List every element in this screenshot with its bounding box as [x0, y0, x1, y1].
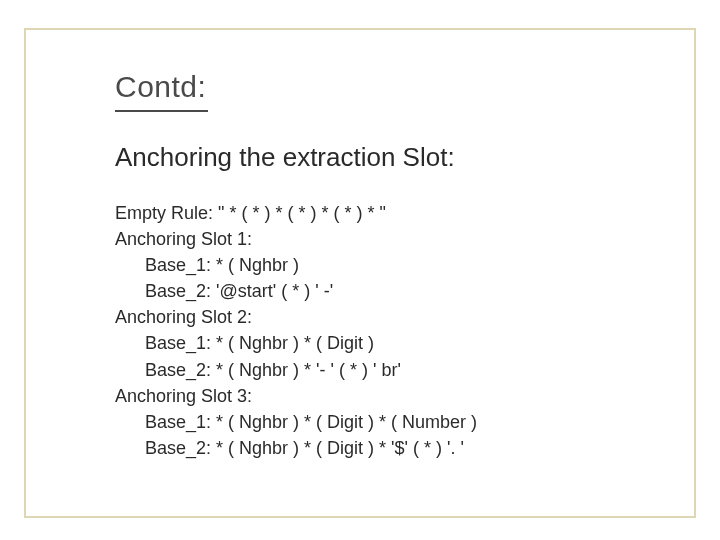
body-line-indent: Base_2: '@start' ( * ) ' -' — [115, 278, 333, 304]
body-line: Anchoring Slot 2: — [115, 307, 252, 327]
body-line-indent: Base_2: * ( Nghbr ) * '- ' ( * ) ' br' — [115, 357, 401, 383]
slide-title: Contd: — [115, 70, 206, 104]
body-line-indent: Base_1: * ( Nghbr ) — [115, 252, 299, 278]
title-underline — [115, 110, 208, 112]
body-line: Anchoring Slot 3: — [115, 386, 252, 406]
body-line: Empty Rule: " * ( * ) * ( * ) * ( * ) * … — [115, 203, 386, 223]
body-line: Anchoring Slot 1: — [115, 229, 252, 249]
slide-subtitle: Anchoring the extraction Slot: — [115, 142, 455, 173]
slide: Contd: Anchoring the extraction Slot: Em… — [0, 0, 720, 540]
body-line-indent: Base_1: * ( Nghbr ) * ( Digit ) * ( Numb… — [115, 409, 477, 435]
body-line-indent: Base_2: * ( Nghbr ) * ( Digit ) * '$' ( … — [115, 435, 464, 461]
body-line-indent: Base_1: * ( Nghbr ) * ( Digit ) — [115, 330, 374, 356]
slide-body: Empty Rule: " * ( * ) * ( * ) * ( * ) * … — [115, 200, 477, 461]
